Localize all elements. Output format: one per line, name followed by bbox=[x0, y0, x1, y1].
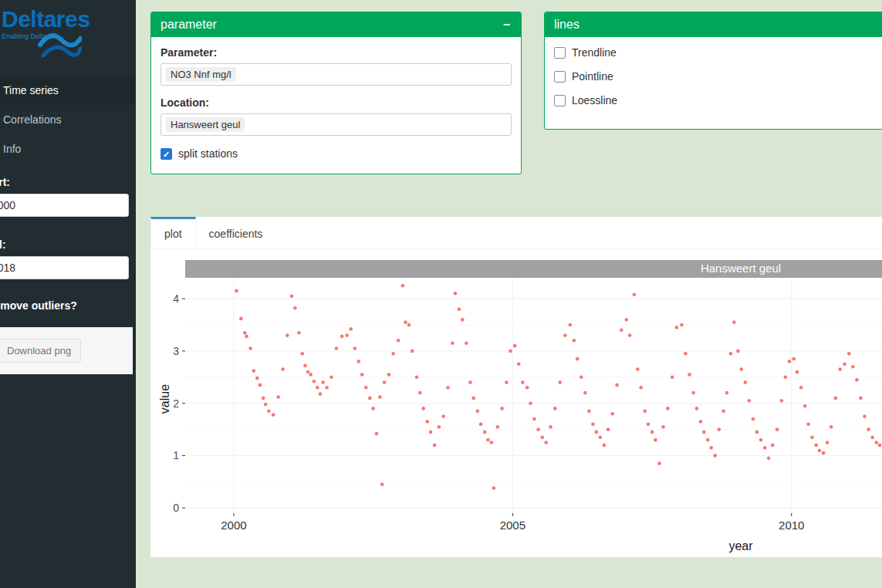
data-point bbox=[245, 335, 248, 339]
data-point bbox=[483, 431, 487, 434]
checkbox-icon[interactable] bbox=[554, 71, 566, 83]
pointline-checkbox[interactable]: Pointline bbox=[554, 70, 882, 83]
data-point bbox=[615, 384, 619, 387]
data-point bbox=[353, 346, 357, 350]
data-point bbox=[792, 357, 796, 361]
data-point bbox=[509, 350, 512, 353]
data-point bbox=[671, 376, 674, 380]
y-tick-label: 3 bbox=[173, 345, 179, 357]
data-point bbox=[492, 486, 496, 490]
parameter-select[interactable]: NO3 Nnf mg/l bbox=[161, 63, 512, 86]
data-point bbox=[505, 380, 509, 384]
data-point bbox=[345, 333, 349, 337]
data-point bbox=[684, 352, 688, 356]
checkbox-icon[interactable] bbox=[554, 47, 566, 59]
lines-box-body: Trendline Pointline Loessline bbox=[545, 37, 882, 129]
data-point bbox=[628, 333, 632, 337]
collapse-icon[interactable]: − bbox=[502, 18, 512, 32]
download-png-button[interactable]: Download png bbox=[0, 339, 81, 363]
checkbox-checked-icon[interactable]: ✓ bbox=[161, 148, 172, 160]
x-tick-label: 2010 bbox=[779, 519, 804, 532]
split-stations-checkbox[interactable]: ✓ split stations bbox=[161, 147, 512, 160]
data-point bbox=[438, 425, 441, 429]
data-point bbox=[874, 441, 878, 444]
data-point bbox=[387, 373, 391, 377]
data-point bbox=[651, 431, 654, 434]
data-point bbox=[267, 410, 271, 414]
sidebar-item-time-series[interactable]: Time series bbox=[0, 76, 136, 105]
data-point bbox=[834, 397, 838, 400]
data-point bbox=[532, 417, 536, 421]
sidebar-form: start: end: remove outliers? Download pn… bbox=[0, 176, 136, 374]
remove-outliers-checkbox[interactable]: remove outliers? bbox=[0, 299, 136, 312]
data-point bbox=[680, 323, 684, 327]
data-point bbox=[301, 352, 305, 356]
data-point bbox=[517, 363, 521, 367]
y-tick-label: 2 bbox=[173, 397, 179, 410]
plot-tab-panel: plot coefficients Hansweert geul 0123420… bbox=[150, 217, 882, 557]
data-point bbox=[476, 410, 480, 414]
location-select[interactable]: Hansweert geul bbox=[161, 113, 512, 136]
data-point bbox=[259, 384, 262, 387]
data-point bbox=[859, 397, 863, 400]
data-point bbox=[759, 438, 763, 442]
data-point bbox=[421, 407, 425, 411]
end-year-input[interactable] bbox=[0, 256, 129, 279]
data-point bbox=[243, 331, 247, 335]
data-point bbox=[468, 380, 472, 384]
data-point bbox=[636, 367, 640, 371]
checkbox-icon[interactable] bbox=[554, 95, 566, 106]
data-point bbox=[418, 391, 422, 395]
y-tick-label: 1 bbox=[173, 449, 179, 461]
data-point bbox=[380, 482, 384, 486]
data-point bbox=[780, 399, 784, 403]
data-point bbox=[486, 438, 490, 442]
start-year-label: start: bbox=[0, 176, 136, 188]
data-point bbox=[465, 341, 468, 345]
data-point bbox=[540, 435, 544, 439]
data-point bbox=[709, 446, 713, 450]
trendline-label: Trendline bbox=[572, 46, 617, 59]
data-point bbox=[364, 386, 368, 390]
sidebar-inner: Deltares Enabling Delta Life Time series… bbox=[0, 0, 136, 374]
parameter-label: Parameter: bbox=[161, 46, 512, 59]
data-point bbox=[695, 407, 699, 411]
data-point bbox=[654, 438, 657, 442]
start-year-input[interactable] bbox=[0, 194, 129, 217]
data-point bbox=[847, 352, 851, 356]
data-point bbox=[702, 431, 706, 434]
data-point bbox=[591, 423, 595, 427]
data-point bbox=[451, 341, 455, 345]
data-point bbox=[736, 350, 740, 353]
parameter-box-body: Parameter: NO3 Nnf mg/l Location: Hanswe… bbox=[151, 37, 521, 174]
data-point bbox=[810, 435, 814, 439]
data-point bbox=[563, 333, 567, 337]
data-point bbox=[401, 284, 405, 288]
tab-plot[interactable]: plot bbox=[150, 217, 196, 248]
data-point bbox=[433, 444, 437, 448]
sidebar-item-correlations[interactable]: Correlations bbox=[0, 105, 136, 134]
lines-box-title: lines bbox=[554, 18, 580, 32]
sidebar-item-info[interactable]: Info bbox=[0, 134, 136, 164]
data-point bbox=[806, 423, 810, 427]
end-year-label: end: bbox=[0, 238, 136, 251]
data-point bbox=[239, 317, 243, 321]
data-point bbox=[752, 417, 755, 421]
data-point bbox=[248, 346, 252, 350]
trendline-checkbox[interactable]: Trendline bbox=[554, 46, 882, 59]
data-point bbox=[830, 425, 833, 429]
data-point bbox=[529, 401, 532, 405]
data-point bbox=[647, 423, 651, 427]
data-point bbox=[525, 386, 529, 390]
sidebar: Deltares Enabling Delta Life Time series… bbox=[0, 0, 136, 588]
app-screen: Deltares Enabling Delta Life Time series… bbox=[0, 0, 882, 588]
data-point bbox=[796, 370, 799, 374]
loessline-checkbox[interactable]: Loessline bbox=[554, 94, 882, 106]
data-point bbox=[867, 427, 870, 431]
data-point bbox=[870, 435, 874, 439]
data-point bbox=[691, 391, 695, 395]
tab-coefficients[interactable]: coefficients bbox=[196, 217, 276, 248]
data-point bbox=[521, 380, 525, 384]
data-point bbox=[799, 386, 803, 390]
data-point bbox=[595, 431, 599, 434]
